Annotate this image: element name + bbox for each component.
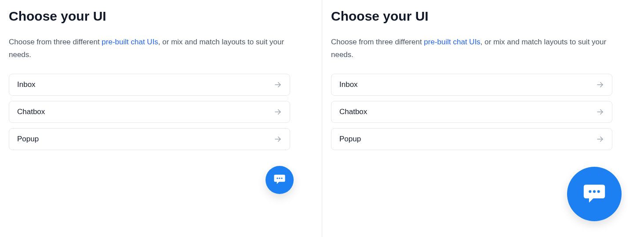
- page-title: Choose your UI: [9, 9, 313, 24]
- option-list: Inbox Chatbox Popup: [9, 74, 290, 150]
- option-inbox[interactable]: Inbox: [331, 74, 612, 96]
- svg-point-6: [277, 178, 278, 179]
- option-chatbox[interactable]: Chatbox: [331, 101, 612, 123]
- chat-icon: [582, 180, 607, 208]
- chat-launcher-button[interactable]: [567, 167, 622, 221]
- option-chatbox[interactable]: Chatbox: [9, 101, 290, 123]
- page-title: Choose your UI: [331, 9, 635, 24]
- description-prefix: Choose from three different: [9, 38, 102, 46]
- prebuilt-chat-uis-link[interactable]: pre-built chat UIs: [102, 38, 158, 46]
- option-label: Chatbox: [339, 108, 367, 116]
- arrow-right-icon: [596, 81, 604, 89]
- svg-point-8: [281, 178, 282, 179]
- arrow-right-icon: [596, 135, 604, 143]
- arrow-right-icon: [274, 81, 282, 89]
- option-label: Inbox: [339, 80, 358, 89]
- option-label: Popup: [17, 135, 39, 144]
- arrow-right-icon: [274, 108, 282, 116]
- prebuilt-chat-uis-link[interactable]: pre-built chat UIs: [424, 38, 480, 46]
- description-prefix: Choose from three different: [331, 38, 424, 46]
- option-label: Chatbox: [17, 108, 45, 116]
- option-list: Inbox Chatbox Popup: [331, 74, 612, 150]
- panel-left: Choose your UI Choose from three differe…: [0, 0, 322, 237]
- option-popup[interactable]: Popup: [9, 128, 290, 150]
- svg-point-7: [279, 178, 280, 179]
- page-description: Choose from three different pre-built ch…: [331, 36, 612, 61]
- option-label: Popup: [339, 135, 361, 144]
- option-inbox[interactable]: Inbox: [9, 74, 290, 96]
- page-description: Choose from three different pre-built ch…: [9, 36, 290, 61]
- svg-point-11: [597, 190, 600, 193]
- arrow-right-icon: [274, 135, 282, 143]
- arrow-right-icon: [596, 108, 604, 116]
- chat-icon: [273, 172, 286, 187]
- svg-point-9: [589, 190, 591, 193]
- svg-point-10: [593, 190, 596, 193]
- option-label: Inbox: [17, 80, 36, 89]
- chat-launcher-button[interactable]: [266, 166, 294, 194]
- option-popup[interactable]: Popup: [331, 128, 612, 150]
